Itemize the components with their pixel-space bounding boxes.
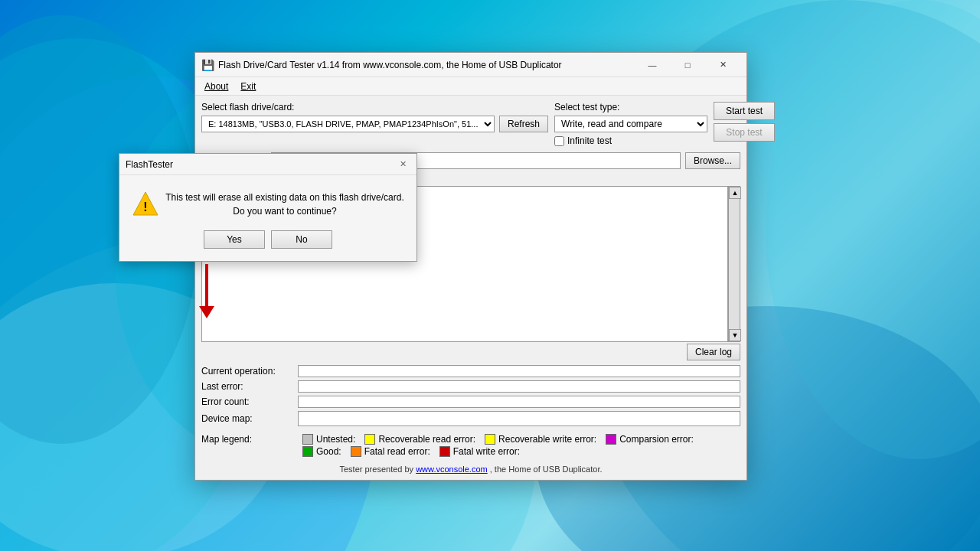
arrow-line [205,264,208,306]
start-stop-panel: Start test Stop test [714,102,775,142]
map-legend-label: Map legend: [201,434,293,445]
error-count-bar [298,396,740,408]
flash-select-row: E: 14813MB, "USB3.0, FLASH DRIVE, PMAP, … [201,116,548,132]
recoverable-read-label: Recoverable read error: [378,434,475,445]
flash-drive-group: Select flash drive/card: E: 14813MB, "US… [201,102,548,132]
maximize-button[interactable]: □ [670,53,705,77]
dialog-message-container: This test will erase all existing data o… [165,191,404,218]
device-map-label: Device map: [201,413,293,424]
browse-button[interactable]: Browse... [685,152,740,169]
error-count-row: Error count: [201,396,740,408]
window-title: Flash Drive/Card Tester v1.14 from www.v… [218,60,635,70]
legend-section: Map legend: Untested: Recoverable read e… [201,434,740,457]
dialog-message-line1: This test will erase all existing data o… [165,191,403,204]
recoverable-write-label: Recoverable write error: [498,434,596,445]
current-operation-row: Current operation: [201,365,740,377]
top-controls-row: Select flash drive/card: E: 14813MB, "US… [201,102,740,146]
footer-suffix: , the Home of USB Duplicator. [488,465,603,474]
svg-text:!: ! [143,201,147,214]
dialog-no-button[interactable]: No [271,230,332,249]
window-controls: — □ ✕ [635,53,740,77]
dialog-buttons: Yes No [119,230,416,261]
test-type-label: Select test type: [554,102,707,112]
current-operation-label: Current operation: [201,366,293,377]
dialog-yes-button[interactable]: Yes [204,230,265,249]
good-label: Good: [316,446,341,457]
device-map-row: Device map: [201,411,740,426]
flash-drive-select[interactable]: E: 14813MB, "USB3.0, FLASH DRIVE, PMAP, … [201,116,495,132]
comparsion-label: Comparsion error: [619,434,694,445]
legend-recoverable-read: Recoverable read error: [364,434,475,445]
legend-recoverable-write: Recoverable write error: [485,434,596,445]
last-error-row: Last error: [201,380,740,393]
current-operation-bar [298,365,740,377]
refresh-button[interactable]: Refresh [499,116,548,132]
dialog-message-line2: Do you want to continue? [233,204,336,218]
infinite-test-label: Infinite test [567,135,612,146]
last-error-label: Last error: [201,381,293,392]
scroll-down-button[interactable]: ▼ [729,329,741,341]
untested-label: Untested: [316,434,355,445]
good-color [302,446,313,457]
footer: Tester presented by www.vconsole.com , t… [201,465,740,474]
app-window: 💾 Flash Drive/Card Tester v1.14 from www… [194,52,747,481]
dialog-title-bar: FlashTester ✕ [119,154,416,175]
flash-drive-label: Select flash drive/card: [201,102,548,112]
clear-log-button[interactable]: Clear log [687,344,740,360]
comparsion-color [606,434,616,445]
stop-test-button[interactable]: Stop test [714,123,775,142]
warning-icon: ! [132,191,156,215]
minimize-button[interactable]: — [635,53,670,77]
fatal-read-label: Fatal read error: [364,446,430,457]
error-count-label: Error count: [201,396,293,407]
infinite-test-checkbox[interactable] [554,136,564,146]
legend-comparsion: Comparsion error: [606,434,694,445]
footer-text: Tester presented by [339,465,416,474]
legend-row-1: Map legend: Untested: Recoverable read e… [201,434,740,445]
clear-log-row: Clear log [201,344,740,360]
arrow-head [199,306,214,318]
log-scrollbar: ▲ ▼ [728,186,740,342]
legend-good: Good: [302,446,341,457]
scroll-up-button[interactable]: ▲ [729,187,741,199]
flash-tester-dialog: FlashTester ✕ ! This test will erase all… [119,153,417,262]
legend-fatal-write: Fatal write error: [439,446,520,457]
legend-row-2: Good: Fatal read error: Fatal write erro… [201,446,740,457]
legend-untested: Untested: [302,434,355,445]
recoverable-read-color [364,434,375,445]
menu-exit[interactable]: Exit [234,80,262,93]
untested-color [302,434,313,445]
menu-bar: About Exit [195,77,746,96]
start-test-button[interactable]: Start test [714,102,775,120]
app-icon: 💾 [201,59,214,71]
test-type-group: Select test type: Write, read and compar… [554,102,707,146]
close-button[interactable]: ✕ [705,53,740,77]
fatal-write-label: Fatal write error: [453,446,520,457]
fatal-write-color [439,446,450,457]
fatal-read-color [351,446,361,457]
recoverable-write-color [485,434,495,445]
dialog-close-button[interactable]: ✕ [395,157,410,172]
dialog-body: ! This test will erase all existing data… [119,175,416,230]
menu-about[interactable]: About [198,80,234,93]
title-bar: 💾 Flash Drive/Card Tester v1.14 from www… [195,53,746,77]
legend-fatal-read: Fatal read error: [351,446,430,457]
device-map-area [298,411,740,426]
dialog-title: FlashTester [126,159,395,170]
status-section: Current operation: Last error: Error cou… [201,365,740,426]
red-arrow [199,264,214,318]
infinite-test-row: Infinite test [554,135,707,146]
test-type-select[interactable]: Write, read and compareWrite onlyRead on… [554,116,707,132]
footer-link[interactable]: www.vconsole.com [416,465,488,474]
scroll-track [729,199,740,329]
last-error-bar [298,380,740,393]
